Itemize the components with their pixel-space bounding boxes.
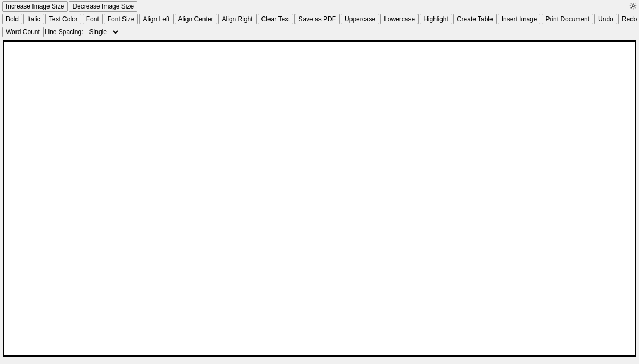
highlight-button[interactable]: Highlight [420,14,452,24]
editor-area[interactable] [3,40,636,357]
font-size-button[interactable]: Font Size [104,14,138,24]
create-table-button[interactable]: Create Table [453,14,497,24]
insert-image-button[interactable]: Insert Image [498,14,541,24]
increase-image-size-button[interactable]: Increase Image Size [2,1,68,12]
print-document-button[interactable]: Print Document [542,14,593,24]
redo-button[interactable]: Redo [618,14,639,24]
line-spacing-label: Line Spacing: [45,28,84,36]
svg-point-0 [632,4,634,6]
image-buttons: Increase Image Size Decrease Image Size [2,1,137,12]
text-color-button[interactable]: Text Color [45,14,81,24]
align-left-button[interactable]: Align Left [139,14,173,24]
decrease-image-size-button[interactable]: Decrease Image Size [69,1,137,12]
bold-button[interactable]: Bold [2,14,22,24]
gear-icon [629,2,637,10]
toolbar-row2: Bold Italic Text Color Font Font Size Al… [0,13,639,26]
align-center-button[interactable]: Align Center [175,14,217,24]
clear-text-button[interactable]: Clear Text [258,14,294,24]
align-right-button[interactable]: Align Right [218,14,257,24]
settings-icon-container[interactable] [629,2,637,11]
toolbar-row3: Word Count Line Spacing: Single 1.15 1.5… [0,26,639,38]
font-button[interactable]: Font [83,14,103,24]
top-bar: Increase Image Size Decrease Image Size [0,0,639,13]
undo-button[interactable]: Undo [594,14,617,24]
italic-button[interactable]: Italic [23,14,44,24]
word-count-button[interactable]: Word Count [2,27,44,37]
uppercase-button[interactable]: Uppercase [341,14,379,24]
line-spacing-select[interactable]: Single 1.15 1.5 Double [86,27,120,37]
lowercase-button[interactable]: Lowercase [380,14,419,24]
save-as-pdf-button[interactable]: Save as PDF [294,14,340,24]
